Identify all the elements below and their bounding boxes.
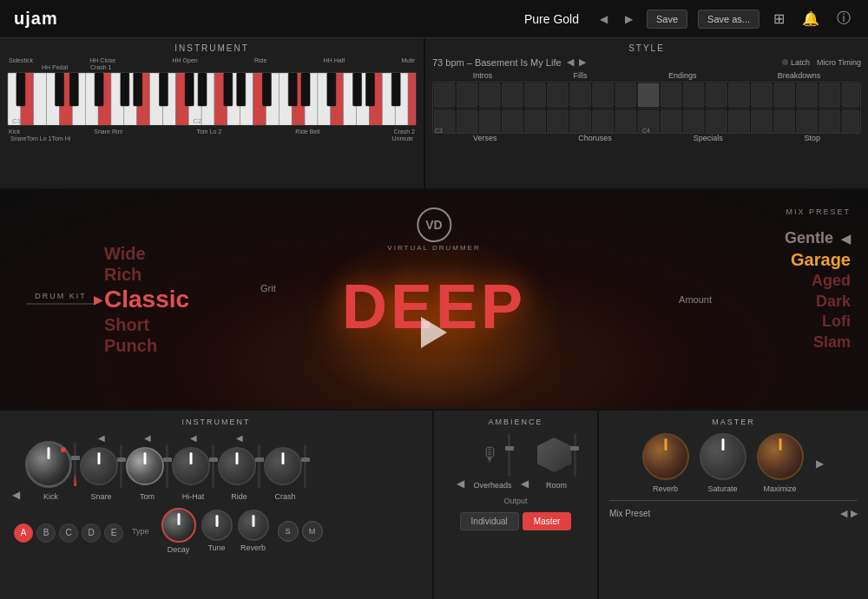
svg-rect-32: [16, 73, 25, 106]
kit-item-classic[interactable]: Classic: [104, 285, 189, 314]
inst-reverb-knob[interactable]: [238, 510, 269, 541]
master-scroll-right-button[interactable]: ▶: [814, 457, 825, 470]
master-maximize-knob[interactable]: [757, 433, 804, 480]
style-next-button[interactable]: ▶: [579, 56, 586, 68]
ride-fader-thumb[interactable]: [255, 457, 264, 462]
style-keyboard[interactable]: C3 C4: [432, 82, 861, 134]
main-section: DRUM KIT ▶ Wide Rich Classic Short Punch…: [0, 190, 868, 409]
kit-item-punch[interactable]: Punch: [104, 335, 189, 356]
individual-button[interactable]: Individual: [460, 512, 519, 530]
preset-item-lofi[interactable]: Lofi: [785, 312, 851, 332]
hihat-scroll-button[interactable]: ◀: [188, 433, 199, 443]
preset-item-dark[interactable]: Dark: [785, 292, 851, 312]
vd-logo: VD VIRTUAL DRUMMER: [387, 207, 480, 252]
snare-scroll-button[interactable]: ◀: [96, 433, 107, 443]
ride-knob[interactable]: [218, 447, 256, 485]
kick-fader[interactable]: [74, 443, 76, 486]
save-button[interactable]: Save: [647, 10, 687, 29]
hihat-fader-thumb[interactable]: [209, 457, 218, 462]
type-btn-b[interactable]: B: [36, 523, 56, 543]
decay-knob[interactable]: [161, 508, 196, 543]
overheads-label: Overheads: [473, 481, 511, 490]
preset-item-aged[interactable]: Aged: [785, 271, 851, 291]
kit-item-wide[interactable]: Wide: [104, 243, 189, 264]
style-prev-button[interactable]: ◀: [567, 56, 574, 68]
ambience-panel: AMBIENCE ◀ 🎙 Overheads ◀: [434, 411, 599, 599]
type-btn-d[interactable]: D: [82, 523, 101, 543]
svg-rect-62: [593, 83, 614, 107]
svg-rect-67: [706, 83, 727, 107]
svg-rect-90: [797, 110, 818, 134]
hihat-knob[interactable]: [172, 447, 210, 485]
snare-fader-thumb[interactable]: [117, 457, 126, 462]
amb-scroll-left2-button[interactable]: ◀: [519, 477, 530, 490]
inst-scroll-left-button[interactable]: ◀: [10, 489, 22, 501]
ride-fader[interactable]: [258, 444, 260, 488]
mix-preset-next-button[interactable]: ▶: [851, 508, 858, 519]
preset-item-slam[interactable]: Slam: [785, 332, 851, 352]
grid-icon[interactable]: ⊞: [770, 9, 788, 29]
inst-channel-crash: Crash: [264, 444, 306, 501]
play-button[interactable]: [421, 317, 447, 348]
preset-item-gentle[interactable]: Gentle ◀: [785, 228, 851, 248]
kick-knob[interactable]: [25, 441, 72, 488]
kit-item-short[interactable]: Short: [104, 314, 189, 335]
svg-rect-63: [615, 83, 636, 107]
room-fader[interactable]: [574, 433, 576, 477]
crash-fader[interactable]: [304, 444, 306, 488]
overheads-fader[interactable]: [508, 433, 510, 477]
style-title: STYLE: [432, 43, 861, 53]
style-categories-top: Intros Fills Endings Breakdowns: [432, 71, 861, 80]
svg-rect-78: [524, 110, 545, 134]
room-fader-thumb[interactable]: [570, 446, 579, 451]
crash-fader-thumb[interactable]: [301, 457, 310, 462]
inst-channel-tom: ◀ Tom: [126, 433, 168, 501]
amb-scroll-left-button[interactable]: ◀: [455, 477, 466, 490]
instrument-bottom-title: INSTRUMENT: [7, 418, 425, 426]
preset-item-garage[interactable]: Garage: [785, 248, 851, 271]
tom-knob[interactable]: [126, 447, 164, 485]
tune-knob[interactable]: [201, 510, 233, 541]
save-as-button[interactable]: Save as...: [698, 10, 760, 29]
solo-button[interactable]: S: [278, 521, 299, 542]
overheads-fader-thumb[interactable]: [505, 446, 514, 451]
mute-button[interactable]: M: [302, 521, 323, 542]
latch-label[interactable]: Latch: [791, 58, 810, 67]
style-header: 73 bpm – Basement Is My Life ◀ ▶ Latch M…: [432, 56, 861, 68]
tom-scroll-button[interactable]: ◀: [142, 433, 153, 443]
kit-arrow-icon[interactable]: ▶: [94, 293, 103, 306]
type-btn-e[interactable]: E: [104, 523, 123, 543]
svg-rect-56: [457, 83, 477, 107]
kick-fader-thumb[interactable]: [71, 456, 80, 460]
info-icon[interactable]: ⓘ: [833, 8, 854, 30]
sm-buttons: S M: [278, 521, 323, 542]
crash-knob[interactable]: [264, 447, 302, 485]
inst-channel-snare: ◀ Snare: [80, 433, 122, 501]
type-btn-a[interactable]: A: [14, 523, 33, 543]
svg-rect-87: [728, 110, 749, 134]
master-saturate-knob[interactable]: [700, 433, 746, 480]
top-bar: ujam Pure Gold ◀ ▶ Save Save as... ⊞ 🔔 ⓘ: [0, 0, 868, 38]
kit-item-rich[interactable]: Rich: [104, 264, 189, 285]
master-reverb-control: Reverb: [642, 433, 689, 493]
instrument-bottom-panel: INSTRUMENT ◀ Kick: [0, 411, 434, 599]
bell-icon[interactable]: 🔔: [799, 9, 823, 29]
hihat-fader[interactable]: [212, 444, 214, 488]
master-maximize-control: Maximize: [757, 433, 804, 493]
mix-preset-bottom-label: Mix Preset: [609, 509, 650, 518]
instrument-keyboard[interactable]: C1 C2: [7, 72, 417, 126]
master-reverb-knob[interactable]: [642, 433, 689, 480]
ride-scroll-button[interactable]: ◀: [234, 433, 245, 443]
tom-fader-thumb[interactable]: [163, 457, 172, 462]
prev-preset-button[interactable]: ◀: [596, 11, 611, 27]
micro-timing-label[interactable]: Micro Timing: [817, 58, 861, 67]
svg-rect-89: [774, 110, 795, 134]
tom-fader[interactable]: [166, 444, 168, 488]
master-button[interactable]: Master: [523, 512, 572, 530]
snare-fader[interactable]: [120, 444, 122, 488]
svg-rect-46: [301, 73, 310, 106]
next-preset-button[interactable]: ▶: [621, 11, 636, 27]
snare-knob[interactable]: [80, 447, 118, 485]
mix-preset-prev-button[interactable]: ◀: [840, 508, 847, 519]
type-btn-c[interactable]: C: [59, 523, 78, 543]
